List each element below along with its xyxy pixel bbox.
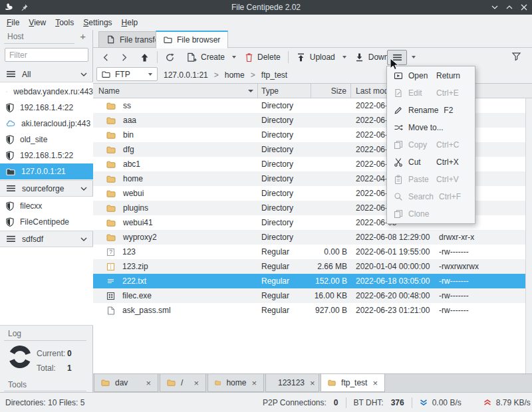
filter-icon[interactable] xyxy=(511,52,521,61)
table-row[interactable]: 123.zip Regular 2.66 MB 2020-01-04 00:00… xyxy=(93,259,525,274)
trash-icon xyxy=(245,52,253,62)
breadcrumb-home[interactable]: home xyxy=(225,70,245,80)
vertical-scrollbar[interactable] xyxy=(525,98,532,373)
statusbar-separator xyxy=(412,397,412,408)
group-all[interactable]: All xyxy=(0,66,93,82)
server-item[interactable]: filecxx xyxy=(0,198,93,214)
cloud-icon xyxy=(6,120,15,127)
close-icon[interactable]: × xyxy=(251,379,257,387)
breadcrumb-ftp-test[interactable]: ftp_test xyxy=(261,70,287,80)
folder-icon xyxy=(102,70,110,78)
file-size: 152.00 B xyxy=(311,276,351,286)
path-tab-ftp-test[interactable]: ftp_test × xyxy=(321,374,385,392)
bt-dht-label: BT DHT: xyxy=(354,398,384,407)
upload-button[interactable]: Upload xyxy=(296,52,346,62)
column-name[interactable]: Name xyxy=(93,84,258,98)
directory-file-count: Directories: 10 Files: 5 xyxy=(5,398,84,407)
column-size[interactable]: Size xyxy=(311,84,351,98)
menu-item-paste[interactable]: Paste Ctrl+V xyxy=(387,171,475,188)
group-sourceforge[interactable]: sourceforge xyxy=(0,181,93,196)
delete-button[interactable]: Delete xyxy=(245,52,281,62)
statusbar: Directories: 10 Files: 5 P2P Connections… xyxy=(0,392,532,412)
window-title: File Centipede 2.02 xyxy=(0,3,532,12)
menu-item-move-to[interactable]: Move to... xyxy=(387,119,475,136)
menu-item-open[interactable]: Open Return xyxy=(387,67,475,84)
move-icon xyxy=(394,123,403,132)
column-type[interactable]: Type xyxy=(258,84,311,98)
back-button[interactable] xyxy=(101,52,111,62)
new-file-icon xyxy=(186,52,197,62)
file-name: filec.exe xyxy=(122,291,152,300)
table-row[interactable]: wyproxy2 Directory 2022-06-08 12:29:00 d… xyxy=(93,230,525,245)
table-row[interactable]: 123 Regular 0.00 B 2022-06-01 19:55:00 -… xyxy=(93,245,525,259)
file-name: 222.txt xyxy=(122,276,146,286)
create-button[interactable]: Create xyxy=(186,52,236,62)
tools-section-label[interactable]: Tools xyxy=(8,380,27,389)
server-item[interactable]: webdav.yandex.ru:443 xyxy=(0,84,93,100)
menu-help[interactable]: Help xyxy=(122,18,138,27)
menu-item-rename[interactable]: Rename F2 xyxy=(387,102,475,119)
up-button[interactable] xyxy=(140,52,150,62)
close-icon[interactable]: × xyxy=(146,379,151,387)
chevron-down-icon[interactable] xyxy=(412,56,416,58)
table-row[interactable]: ask_pass.sml Regular 927.00 B 2022-06-23… xyxy=(93,303,525,318)
double-chevron-down-icon xyxy=(420,399,428,406)
filter-input[interactable] xyxy=(5,48,88,62)
tab-file-browser[interactable]: File browser xyxy=(156,31,228,49)
folder-icon xyxy=(106,146,116,154)
menu-tools[interactable]: Tools xyxy=(55,18,74,27)
server-item[interactable]: 192.168.1.5:22 xyxy=(0,148,93,163)
menu-settings[interactable]: Settings xyxy=(83,18,112,27)
clone-icon xyxy=(394,209,403,219)
text-file-icon xyxy=(106,277,115,286)
file-permissions: -rw------- xyxy=(434,306,525,315)
server-item[interactable]: aki.teracloud.jp:443 xyxy=(0,116,93,132)
create-label: Create xyxy=(201,52,225,62)
folder-icon xyxy=(106,189,116,198)
file-type: Directory xyxy=(258,174,311,183)
server-item[interactable]: 192.168.1.4:22 xyxy=(0,100,93,116)
menu-item-clone[interactable]: Clone xyxy=(387,205,475,223)
server-item-selected[interactable]: 127.0.0.1:21 xyxy=(0,163,93,179)
file-centipede-window: File Centipede 2.02 File View Tools Sett… xyxy=(0,0,532,412)
path-tab-dav[interactable]: dav × xyxy=(94,374,158,392)
breadcrumb-host[interactable]: 127.0.0.1:21 xyxy=(164,70,208,80)
add-host-button[interactable]: + xyxy=(80,31,86,41)
path-tab-home[interactable]: home × xyxy=(207,374,264,392)
menu-item-label: Edit xyxy=(408,88,431,98)
minimize-button[interactable] xyxy=(491,3,499,11)
file-modified: 2022-06-20 00:48:00 xyxy=(351,291,434,300)
log-section-label[interactable]: Log xyxy=(8,329,21,338)
close-icon[interactable]: × xyxy=(310,379,315,387)
menu-file[interactable]: File xyxy=(7,18,19,27)
server-item[interactable]: old_site xyxy=(0,132,93,148)
context-menu: Open Return Edit Ctrl+E Rename F2 Move t… xyxy=(386,66,475,224)
path-tab-root[interactable]: / × xyxy=(160,374,206,392)
menu-item-edit[interactable]: Edit Ctrl+E xyxy=(387,84,475,102)
zip-file-icon xyxy=(106,262,115,271)
forward-button[interactable] xyxy=(119,52,129,62)
toolbar-separator xyxy=(157,51,158,63)
menu-item-cut[interactable]: Cut Ctrl+X xyxy=(387,154,475,171)
path-tab-123123[interactable]: 123123 × xyxy=(265,374,319,392)
file-type: Regular xyxy=(258,247,311,257)
close-icon[interactable]: × xyxy=(194,379,199,387)
close-icon[interactable]: × xyxy=(372,379,378,387)
file-name: webui41 xyxy=(123,218,153,227)
table-row-selected[interactable]: 222.txt Regular 152.00 B 2022-06-18 03:0… xyxy=(93,274,525,288)
total-label: Total: xyxy=(37,363,56,373)
close-button[interactable] xyxy=(520,3,528,11)
sort-desc-icon xyxy=(248,90,253,92)
maximize-button[interactable] xyxy=(505,3,513,11)
menu-item-copy[interactable]: Copy Ctrl+C xyxy=(387,136,475,154)
protocol-select[interactable]: FTP xyxy=(96,67,158,81)
table-row[interactable]: filec.exe Regular 16.00 KB 2022-06-20 00… xyxy=(93,288,525,303)
server-item[interactable]: FileCentipede xyxy=(0,214,93,230)
menu-view[interactable]: View xyxy=(29,18,46,27)
group-sdfsdf[interactable]: sdfsdf xyxy=(0,231,93,247)
copy-icon xyxy=(394,140,403,150)
menu-item-search[interactable]: Search Ctrl+F xyxy=(387,188,475,205)
refresh-button[interactable] xyxy=(165,52,175,62)
hamburger-icon xyxy=(6,185,16,192)
chevron-down-icon xyxy=(342,56,346,58)
